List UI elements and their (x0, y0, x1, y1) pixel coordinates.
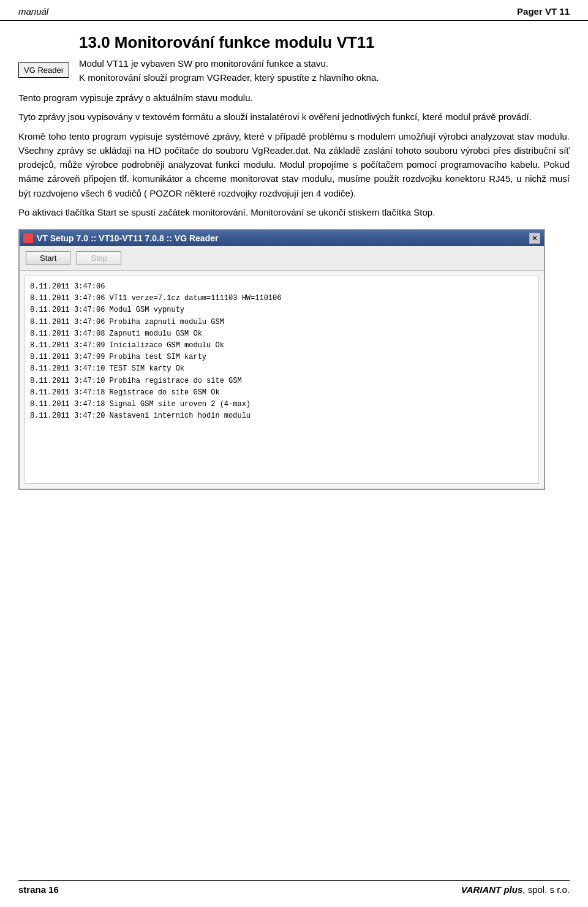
log-area: 8.11.2011 3:47:068.11.2011 3:47:06 VT11 … (24, 276, 539, 484)
app-title: VT Setup 7.0 :: VT10-VT11 7.0.8 :: VG Re… (37, 233, 529, 243)
app-toolbar: Start Stop (20, 246, 544, 271)
intro-line1: Modul VT11 je vybaven SW pro monitorován… (79, 57, 570, 71)
title-section: VG Reader 13.0 Monitorování funkce modul… (18, 33, 570, 85)
footer-company: VARIANT plus, spol. s r.o. (461, 884, 570, 895)
log-line: 8.11.2011 3:47:06 (30, 281, 533, 293)
log-line: 8.11.2011 3:47:06 VT11 verze=7.1cz datum… (30, 293, 533, 304)
footer-page-number: strana 16 (18, 884, 59, 895)
header-title: Pager VT 11 (517, 6, 570, 17)
app-icon (23, 233, 33, 243)
paragraph-2: Kromě toho tento program vypisuje systém… (18, 129, 570, 200)
log-line: 8.11.2011 3:47:10 TEST SIM karty Ok (30, 363, 533, 375)
log-line: 8.11.2011 3:47:09 Inicializace GSM modul… (30, 340, 533, 352)
title-text-block: 13.0 Monitorování funkce modulu VT11 Mod… (79, 33, 570, 85)
app-window: VT Setup 7.0 :: VT10-VT11 7.0.8 :: VG Re… (18, 229, 545, 490)
paragraph-3: Po aktivaci tlačítka Start se spustí zač… (18, 205, 570, 219)
log-line: 8.11.2011 3:47:20 Nastaveni internich ho… (30, 410, 533, 422)
main-content: VG Reader 13.0 Monitorování funkce modul… (0, 27, 588, 490)
app-titlebar: VT Setup 7.0 :: VT10-VT11 7.0.8 :: VG Re… (20, 230, 544, 246)
log-line: 8.11.2011 3:47:10 Probiha registrace do … (30, 375, 533, 387)
header-manual: manuál (18, 6, 48, 17)
log-line: 8.11.2011 3:47:06 Modul GSM vypnuty (30, 304, 533, 316)
intro-line2: K monitorování slouží program VGReader, … (79, 71, 570, 85)
log-line: 8.11.2011 3:47:08 Zapnuti modulu GSM Ok (30, 328, 533, 340)
footer-company-suffix: , spol. s r.o. (522, 884, 570, 895)
log-line: 8.11.2011 3:47:18 Registrace do site GSM… (30, 387, 533, 399)
log-line: 8.11.2011 3:47:09 Probiha test SIM karty (30, 352, 533, 363)
paragraph-1: Tyto zprávy jsou vypisovány v textovém f… (18, 110, 570, 124)
page-footer: strana 16 VARIANT plus, spol. s r.o. (18, 880, 570, 895)
footer-company-name: VARIANT plus (461, 884, 523, 895)
start-button[interactable]: Start (26, 251, 70, 265)
page-header: manuál Pager VT 11 (0, 0, 588, 21)
stop-button[interactable]: Stop (77, 251, 121, 265)
log-line: 8.11.2011 3:47:18 Signal GSM site uroven… (30, 399, 533, 410)
vg-reader-badge: VG Reader (18, 62, 69, 78)
close-button[interactable]: ✕ (529, 233, 540, 244)
log-line: 8.11.2011 3:47:06 Probiha zapnuti modulu… (30, 317, 533, 328)
intro-line3: Tento program vypisuje zprávy o aktuální… (18, 91, 570, 105)
page-main-title: 13.0 Monitorování funkce modulu VT11 (79, 33, 570, 52)
